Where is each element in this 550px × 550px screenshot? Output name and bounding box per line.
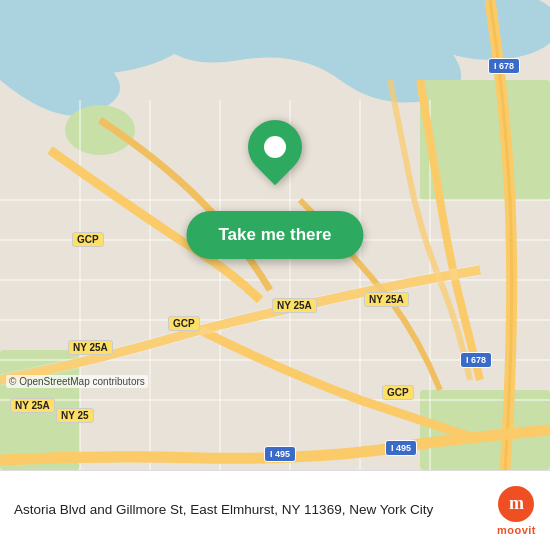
take-me-there-button[interactable]: Take me there [186,211,363,259]
road-label-ny25-1: NY 25A [10,398,55,413]
highway-shield-i678-2: I 678 [460,352,492,368]
road-label-ny25-2: NY 25 [56,408,94,423]
map-container: GCP GCP GCP NY 25A NY 25A NY 25A NY 25A … [0,0,550,470]
road-label-gcp-3: GCP [382,385,414,400]
road-label-ny25a-2: NY 25A [272,298,317,313]
road-label-gcp-2: GCP [168,316,200,331]
map-attribution: © OpenStreetMap contributors [6,375,148,388]
highway-shield-i678-1: I 678 [488,58,520,74]
road-label-ny25a-1: NY 25A [68,340,113,355]
highway-shield-i495-2: I 495 [264,446,296,462]
moovit-icon: m [498,486,534,522]
address-line: Astoria Blvd and Gillmore St, East Elmhu… [14,502,345,517]
svg-point-7 [65,105,135,155]
moovit-letter: m [509,493,524,514]
info-bar: Astoria Blvd and Gillmore St, East Elmhu… [0,470,550,550]
moovit-logo: m moovit [497,486,536,536]
highway-shield-i495-1: I 495 [385,440,417,456]
road-label-ny25a-3: NY 25A [364,292,409,307]
location-pin [248,120,302,174]
city-line: New York City [345,502,433,517]
address-text: Astoria Blvd and Gillmore St, East Elmhu… [14,501,485,520]
road-label-gcp-1: GCP [72,232,104,247]
moovit-brand-name: moovit [497,524,536,536]
